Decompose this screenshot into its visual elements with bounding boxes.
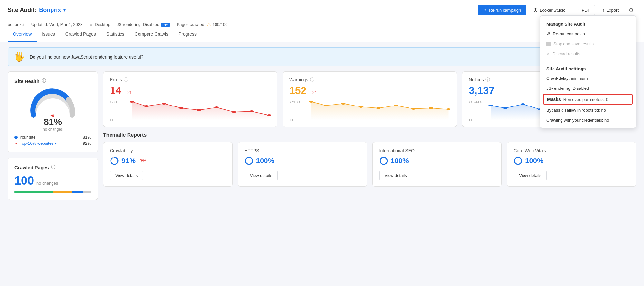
svg-point-17 xyxy=(359,106,363,108)
core-web-vitals-score: 100% xyxy=(514,156,630,165)
bypass-item[interactable]: Bypass disallow in robots.txt: no xyxy=(540,105,636,115)
report-crawlability: Crawlability 91% -3% View details xyxy=(103,142,233,187)
masks-section[interactable]: Masks Removed parameters: 0 xyxy=(543,94,633,105)
legend-top10: ▼ Top-10% websites ▾ 92% xyxy=(14,141,91,146)
svg-point-27 xyxy=(521,103,525,105)
gauge-chart xyxy=(27,88,79,120)
international-seo-view-button[interactable]: View details xyxy=(379,171,412,180)
tab-issues[interactable]: Issues xyxy=(37,27,60,42)
your-site-value: 81% xyxy=(83,135,91,140)
manage-section-title: Manage Site Audit xyxy=(540,18,636,29)
svg-text:53: 53 xyxy=(110,100,117,104)
warnings-card: Warnings ⓘ 152 -21 xyxy=(283,71,457,127)
crawlability-score: 91% -3% xyxy=(110,156,226,165)
warnings-chart: 213 0 xyxy=(289,99,450,122)
export-icon: ↑ xyxy=(602,8,605,13)
svg-point-5 xyxy=(162,103,166,105)
svg-point-40 xyxy=(380,157,387,164)
crawled-pages-progress xyxy=(14,191,91,193)
pdf-icon: ↑ xyxy=(578,8,580,13)
notices-info-icon[interactable]: ⓘ xyxy=(485,77,490,83)
export-button[interactable]: ↑ Export xyxy=(598,5,623,15)
https-score: 100% xyxy=(245,156,360,165)
core-web-vitals-view-button[interactable]: View details xyxy=(514,171,547,180)
tab-statistics[interactable]: Statistics xyxy=(101,27,130,42)
rerun-menu-item[interactable]: ↺ Re-run campaign xyxy=(540,29,636,39)
tab-crawled-pages[interactable]: Crawled Pages xyxy=(60,27,101,42)
js-rendering-label: JS-rendering: Disabled xyxy=(117,22,159,27)
seg-blue xyxy=(72,191,84,193)
tab-compare-crawls[interactable]: Compare Crawls xyxy=(130,27,173,42)
crawled-pages-card: Crawled Pages ⓘ 100 no changes xyxy=(8,158,98,200)
site-audit-label: Site Audit: xyxy=(8,7,36,14)
device-icon: 🖥 xyxy=(89,22,93,27)
errors-info-icon[interactable]: ⓘ xyxy=(124,77,128,83)
js-new-badge: new xyxy=(161,23,170,27)
svg-point-7 xyxy=(197,109,201,111)
warnings-info-icon[interactable]: ⓘ xyxy=(310,77,314,83)
tab-progress[interactable]: Progress xyxy=(173,27,202,42)
notif-icon: 🖐 xyxy=(14,51,25,62)
domain-label: bonprix.it xyxy=(8,22,25,27)
js-rendering-item[interactable]: JS-rendering: Disabled xyxy=(540,83,636,93)
rerun-label: Re-run campaign xyxy=(489,8,521,13)
svg-point-14 xyxy=(309,101,313,103)
gauge-container: 81% no changes xyxy=(14,88,91,132)
stop-menu-item: Stop and save results xyxy=(540,39,636,49)
rerun-menu-icon: ↺ xyxy=(546,31,550,36)
https-ring-icon xyxy=(245,156,254,165)
svg-point-16 xyxy=(341,103,346,105)
top10-label[interactable]: Top-10% websites ▾ xyxy=(20,141,57,146)
warnings-change: -21 xyxy=(311,90,317,95)
site-dropdown-chevron[interactable]: ▾ xyxy=(63,7,66,13)
looker-studio-button[interactable]: ⦿ Looker Studio xyxy=(529,5,570,15)
updated-label: Updated: Wed, Mar 1, 2023 xyxy=(31,22,82,27)
errors-card: Errors ⓘ 14 -21 xyxy=(103,71,277,127)
notices-value: 3,137 xyxy=(469,85,495,97)
rerun-icon: ↺ xyxy=(483,8,487,13)
settings-button[interactable]: ⚙ xyxy=(626,4,636,16)
pdf-button[interactable]: ↑ PDF xyxy=(573,5,595,15)
crawled-pages-sub: no changes xyxy=(36,181,58,186)
svg-point-6 xyxy=(179,107,184,109)
gauge-percent: 81% xyxy=(43,117,63,127)
svg-text:3.4K: 3.4K xyxy=(469,100,483,104)
warning-icon: ⚠ xyxy=(207,22,211,27)
crawled-pages-value-row: 100 no changes xyxy=(14,174,91,188)
top10-value: 92% xyxy=(83,141,91,146)
errors-chart: 53 0 xyxy=(110,99,271,122)
report-core-web-vitals: Core Web Vitals 100% View details xyxy=(507,142,636,187)
warnings-value-row: 152 -21 xyxy=(289,85,450,97)
international-seo-ring-icon xyxy=(379,156,388,165)
international-seo-title: International SEO xyxy=(379,148,495,153)
svg-point-42 xyxy=(514,157,522,164)
crawled-pages-info-icon[interactable]: ⓘ xyxy=(51,164,55,170)
crawlability-view-button[interactable]: View details xyxy=(110,171,143,180)
stop-icon xyxy=(546,42,551,46)
looker-icon: ⦿ xyxy=(533,8,538,13)
settings-section-title: Site Audit settings xyxy=(540,63,636,73)
header-actions: ↺ Re-run campaign ⦿ Looker Studio ↑ PDF … xyxy=(478,4,636,16)
crawling-creds-item[interactable]: Crawling with your credentials: no xyxy=(540,115,636,125)
looker-label: Looker Studio xyxy=(540,8,565,13)
pages-crawled-value: 100/100 xyxy=(213,22,228,27)
seg-green xyxy=(14,191,53,193)
https-title: HTTPS xyxy=(245,148,360,153)
tab-overview[interactable]: Overview xyxy=(8,27,37,42)
rerun-campaign-button[interactable]: ↺ Re-run campaign xyxy=(478,5,526,15)
discard-icon: ✕ xyxy=(546,51,550,56)
https-view-button[interactable]: View details xyxy=(245,171,278,180)
svg-point-36 xyxy=(111,157,118,164)
gauge-center: 81% no changes xyxy=(43,117,63,132)
crawlability-title: Crawlability xyxy=(110,148,226,153)
site-name[interactable]: Bonprix xyxy=(39,7,61,14)
gauge-sub: no changes xyxy=(43,127,63,132)
report-https: HTTPS 100% View details xyxy=(238,142,367,187)
thematic-reports-section: Thematic Reports Crawlability 91% -3% xyxy=(103,132,636,187)
seg-gray xyxy=(83,191,91,193)
svg-text:0: 0 xyxy=(289,118,293,122)
crawled-pages-title: Crawled Pages ⓘ xyxy=(14,164,91,170)
site-health-info-icon[interactable]: ⓘ xyxy=(42,78,46,84)
crawl-delay-item[interactable]: Crawl-delay: minimum xyxy=(540,73,636,83)
errors-value: 14 xyxy=(110,85,121,97)
